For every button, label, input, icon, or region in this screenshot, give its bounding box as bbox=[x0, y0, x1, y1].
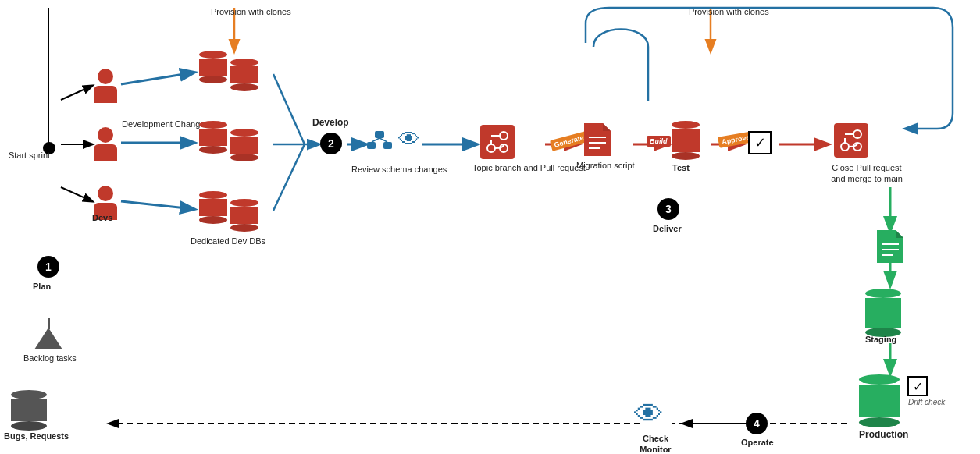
step4-circle: 4 bbox=[746, 413, 768, 434]
step2-label: Develop bbox=[312, 117, 349, 129]
drift-check-label: Drift check bbox=[908, 398, 945, 406]
backlog-label: Backlog tasks bbox=[23, 353, 77, 364]
db-top2 bbox=[230, 59, 258, 91]
step4-label: Operate bbox=[741, 437, 774, 448]
svg-line-7 bbox=[121, 201, 194, 209]
build-badge: Build bbox=[647, 136, 671, 147]
topic-branch-label: Topic branch and Pull request bbox=[472, 162, 586, 173]
eye-icon: 👁 bbox=[398, 126, 420, 152]
svg-rect-27 bbox=[383, 142, 392, 149]
review-schema-label: Review schema changes bbox=[351, 164, 447, 175]
svg-line-8 bbox=[273, 74, 305, 144]
drift-checkbox: ✓ bbox=[907, 376, 928, 396]
step1-circle: 1 bbox=[37, 256, 59, 278]
arrows-svg bbox=[0, 0, 980, 454]
db-bot2 bbox=[230, 199, 258, 232]
check-monitor-label: Check Monitor bbox=[626, 433, 685, 454]
staging-db bbox=[865, 289, 901, 337]
diagram: Start sprint 1 Plan Backlog tasks Bugs, … bbox=[0, 0, 980, 454]
step1-label: Plan bbox=[33, 281, 51, 292]
svg-point-39 bbox=[853, 130, 861, 138]
svg-line-1 bbox=[61, 86, 92, 100]
step3-circle: 3 bbox=[657, 198, 679, 220]
db-mid1 bbox=[199, 121, 227, 154]
step3-label: Deliver bbox=[653, 223, 682, 234]
migration-doc-icon bbox=[584, 123, 611, 159]
db-mid2 bbox=[230, 129, 258, 161]
devs-label: Devs bbox=[92, 212, 112, 223]
test-label: Test bbox=[672, 162, 690, 173]
svg-point-30 bbox=[487, 144, 495, 152]
svg-rect-25 bbox=[375, 131, 384, 138]
staging-doc-icon bbox=[877, 230, 903, 266]
dedicated-db-label: Dedicated Dev DBs bbox=[191, 236, 265, 247]
bugs-label: Bugs, Requests bbox=[4, 431, 69, 442]
check-monitor-eye: 👁 bbox=[634, 398, 664, 431]
approve-checkbox: ✓ bbox=[748, 131, 772, 154]
svg-line-28 bbox=[372, 138, 380, 142]
git-icon bbox=[480, 125, 515, 159]
svg-point-38 bbox=[841, 143, 849, 151]
close-pr-label: Close Pull request and merge to main bbox=[824, 162, 910, 185]
svg-line-5 bbox=[121, 73, 194, 84]
dev1-person bbox=[94, 69, 117, 103]
svg-line-3 bbox=[61, 187, 92, 201]
production-label: Production bbox=[859, 429, 908, 442]
hub-icon bbox=[364, 125, 395, 159]
provision-clones-1-label: Provision with clones bbox=[211, 6, 291, 17]
svg-line-10 bbox=[273, 144, 305, 211]
production-db bbox=[859, 374, 900, 427]
provision-clones-2-label: Provision with clones bbox=[689, 6, 769, 17]
svg-line-29 bbox=[380, 138, 387, 142]
dev2-person bbox=[94, 127, 117, 161]
staging-label: Staging bbox=[865, 334, 896, 345]
step2-circle: 2 bbox=[320, 133, 342, 154]
db-bot1 bbox=[199, 191, 227, 224]
generate-badge: Generate bbox=[550, 131, 588, 151]
svg-point-31 bbox=[500, 132, 508, 140]
test-db bbox=[672, 121, 700, 160]
backlog-triangle bbox=[34, 328, 62, 349]
dev-changes-label: Development Changes bbox=[122, 119, 209, 129]
start-sprint-label: Start sprint bbox=[8, 150, 51, 161]
bugs-db bbox=[11, 390, 47, 431]
db-top1 bbox=[199, 51, 227, 83]
migration-script-label: Migration script bbox=[576, 160, 635, 171]
svg-rect-26 bbox=[367, 142, 376, 149]
close-pr-git-icon bbox=[834, 123, 868, 158]
